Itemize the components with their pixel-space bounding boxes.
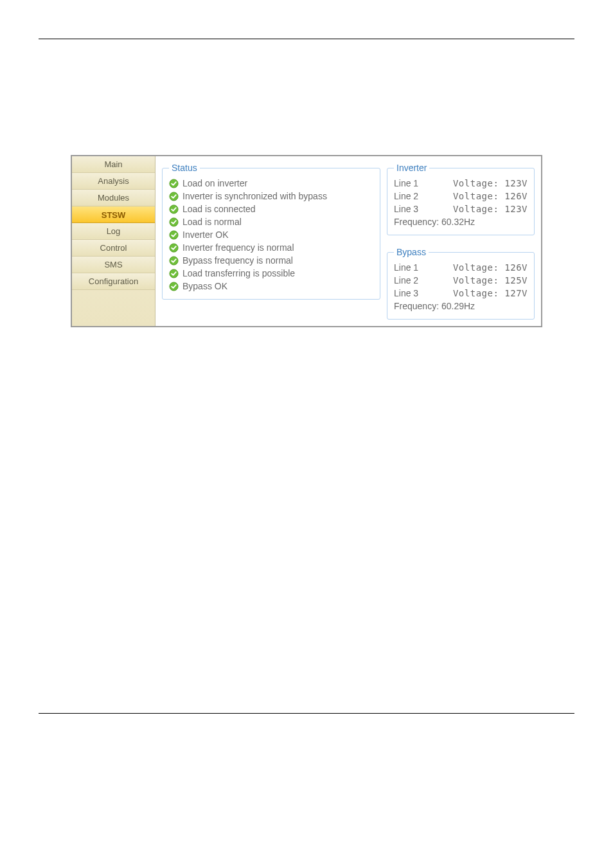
status-row: Bypass frequency is normal bbox=[169, 254, 373, 267]
status-text: Inverter OK bbox=[182, 230, 229, 240]
status-text: Load is connected bbox=[182, 204, 256, 214]
status-panel: Status Load on inverter Inverter is sync… bbox=[162, 163, 380, 300]
status-text: Load transferring is possible bbox=[182, 268, 295, 278]
sidebar-item-modules[interactable]: Modules bbox=[72, 190, 155, 206]
status-column: Status Load on inverter Inverter is sync… bbox=[162, 163, 380, 320]
status-legend: Status bbox=[169, 163, 200, 173]
sidebar-item-control[interactable]: Control bbox=[72, 240, 155, 257]
line-label: Line 2 bbox=[394, 275, 432, 285]
bypass-line-2: Line 2 Voltage: 125V bbox=[394, 274, 528, 287]
ok-icon bbox=[169, 192, 179, 201]
inverter-line-1: Line 1 Voltage: 123V bbox=[394, 177, 528, 190]
status-text: Load is normal bbox=[182, 217, 242, 227]
inverter-line-3: Line 3 Voltage: 123V bbox=[394, 203, 528, 215]
line-value: Voltage: 123V bbox=[453, 204, 528, 214]
status-row: Inverter is synchronized with bypass bbox=[169, 190, 373, 203]
line-value: Voltage: 126V bbox=[453, 191, 528, 201]
ok-icon bbox=[169, 269, 179, 278]
ok-icon bbox=[169, 256, 179, 266]
app-window: Main Analysis Modules STSW Log Control S… bbox=[71, 155, 542, 327]
sidebar-item-log[interactable]: Log bbox=[72, 223, 155, 240]
bypass-frequency: Frequency: 60.29Hz bbox=[394, 300, 528, 312]
ok-icon bbox=[169, 243, 179, 253]
status-text: Inverter is synchronized with bypass bbox=[182, 191, 327, 201]
line-value: Voltage: 125V bbox=[453, 275, 528, 285]
line-label: Line 1 bbox=[394, 178, 432, 188]
ok-icon bbox=[169, 217, 179, 227]
line-label: Line 3 bbox=[394, 204, 432, 214]
status-text: Load on inverter bbox=[182, 178, 247, 188]
bypass-panel: Bypass Line 1 Voltage: 126V Line 2 Volta… bbox=[387, 247, 535, 320]
sidebar-item-sms[interactable]: SMS bbox=[72, 257, 155, 273]
ok-icon bbox=[169, 204, 179, 214]
sidebar-item-configuration[interactable]: Configuration bbox=[72, 273, 155, 290]
status-row: Load transferring is possible bbox=[169, 267, 373, 280]
ok-icon bbox=[169, 179, 179, 188]
status-row: Inverter OK bbox=[169, 228, 373, 241]
bypass-legend: Bypass bbox=[394, 247, 429, 257]
bypass-line-1: Line 1 Voltage: 126V bbox=[394, 261, 528, 274]
line-label: Line 3 bbox=[394, 288, 432, 298]
status-text: Bypass frequency is normal bbox=[182, 255, 293, 266]
sidebar-item-main[interactable]: Main bbox=[72, 156, 155, 173]
ok-icon bbox=[169, 282, 179, 291]
status-row: Load on inverter bbox=[169, 177, 373, 190]
inverter-line-2: Line 2 Voltage: 126V bbox=[394, 190, 528, 203]
ok-icon bbox=[169, 230, 179, 240]
line-label: Line 1 bbox=[394, 262, 432, 273]
status-text: Inverter frequency is normal bbox=[182, 242, 294, 253]
inverter-legend: Inverter bbox=[394, 163, 429, 173]
sidebar-item-analysis[interactable]: Analysis bbox=[72, 173, 155, 190]
status-row: Load is connected bbox=[169, 203, 373, 215]
status-row: Inverter frequency is normal bbox=[169, 241, 373, 254]
sidebar-item-stsw[interactable]: STSW bbox=[72, 206, 155, 223]
content-area: Status Load on inverter Inverter is sync… bbox=[155, 156, 541, 326]
divider-top bbox=[39, 39, 574, 39]
line-value: Voltage: 123V bbox=[453, 178, 528, 188]
sidebar: Main Analysis Modules STSW Log Control S… bbox=[72, 156, 155, 326]
line-value: Voltage: 127V bbox=[453, 288, 528, 298]
status-row: Load is normal bbox=[169, 215, 373, 228]
inverter-panel: Inverter Line 1 Voltage: 123V Line 2 Vol… bbox=[387, 163, 535, 235]
status-text: Bypass OK bbox=[182, 281, 227, 291]
line-label: Line 2 bbox=[394, 191, 432, 201]
bypass-line-3: Line 3 Voltage: 127V bbox=[394, 287, 528, 300]
status-row: Bypass OK bbox=[169, 280, 373, 293]
readings-column: Inverter Line 1 Voltage: 123V Line 2 Vol… bbox=[387, 163, 535, 320]
line-value: Voltage: 126V bbox=[453, 262, 528, 273]
page: Main Analysis Modules STSW Log Control S… bbox=[0, 0, 613, 714]
divider-bottom bbox=[39, 713, 574, 714]
inverter-frequency: Frequency: 60.32Hz bbox=[394, 215, 528, 228]
